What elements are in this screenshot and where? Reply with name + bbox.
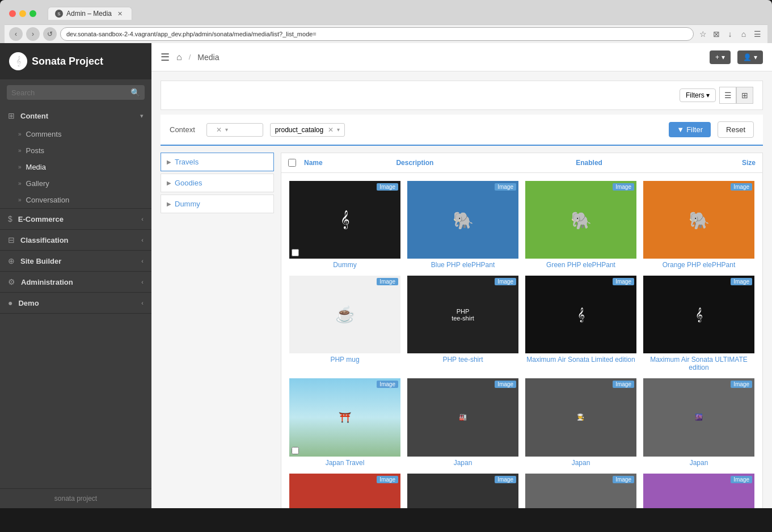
media-item-air-limited[interactable]: 𝄞 Image Maximum Air Sonata Limited editi…: [522, 272, 640, 375]
circle-icon: ●: [8, 298, 12, 307]
tree-item-goodies[interactable]: ▶ Goodies: [161, 174, 274, 192]
bullet-icon: »: [18, 197, 22, 203]
context-clear-icon[interactable]: ✕: [216, 126, 222, 134]
image-badge: Image: [495, 278, 516, 285]
home-nav-icon[interactable]: ⌂: [176, 52, 182, 62]
media-select-checkbox[interactable]: [292, 447, 299, 454]
sidebar-item-comments[interactable]: »Comments: [0, 126, 151, 142]
tree-item-dummy[interactable]: ▶ Dummy: [161, 195, 274, 213]
tab-bar: S Admin – Media ✕: [48, 7, 132, 20]
media-item-php-mug[interactable]: ☕ Image PHP mug: [286, 272, 404, 375]
chevron-left-icon: ‹: [141, 278, 144, 285]
tree-panel: ▶ Travels ▶ Goodies ▶ Dummy: [161, 153, 274, 508]
home-icon[interactable]: ⌂: [738, 28, 749, 40]
add-button[interactable]: + ▾: [710, 50, 731, 64]
sidebar-item-ecommerce[interactable]: $ E-Commerce ‹: [0, 209, 151, 229]
tab-favicon: S: [55, 10, 63, 18]
content-area: ▶ Travels ▶ Goodies ▶ Dummy: [161, 153, 763, 508]
col-size: Size: [668, 159, 756, 167]
sidebar-item-gallery[interactable]: »Gallery: [0, 175, 151, 192]
sidebar-search: 🔍: [0, 79, 151, 105]
back-button[interactable]: ‹: [9, 27, 23, 41]
browser-tab[interactable]: S Admin – Media ✕: [48, 7, 132, 20]
sidebar-item-content[interactable]: ⊞ Content ▾: [0, 105, 151, 126]
close-button[interactable]: [9, 10, 16, 17]
media-item-bottom-2[interactable]: Image: [404, 470, 522, 508]
music-icon: 𝄞: [577, 307, 585, 322]
col-description: Description: [396, 159, 571, 167]
media-select-checkbox[interactable]: [292, 249, 299, 256]
col-enabled: Enabled: [576, 159, 663, 167]
footer-text: sonata project: [54, 495, 97, 503]
context-select[interactable]: ✕ ▾: [206, 123, 263, 137]
tree-item-travels[interactable]: ▶ Travels: [161, 153, 274, 171]
media-item-japan-2[interactable]: 👨‍🍳 Image Japan: [522, 375, 640, 470]
image-badge: Image: [495, 381, 516, 388]
nav-group-sitebuilder: ⊕ Site Builder ‹: [0, 251, 151, 272]
col-name: Name: [304, 159, 391, 167]
download-icon[interactable]: ↓: [724, 28, 736, 40]
media-item-japan-3[interactable]: 🌆 Image Japan: [640, 375, 758, 470]
media-item-green-php[interactable]: 🐘 Image Green PHP elePHPant: [522, 178, 640, 272]
catalog-select[interactable]: product_catalog ✕ ▾: [270, 123, 345, 137]
reload-button[interactable]: ↺: [43, 27, 57, 41]
hamburger-icon[interactable]: ☰: [161, 51, 170, 64]
image-badge: Image: [731, 278, 752, 285]
sidebar-item-classification[interactable]: ⊟ Classification ‹: [0, 230, 151, 250]
add-btn-label: ▾: [722, 53, 725, 61]
catalog-clear-icon[interactable]: ✕: [328, 126, 334, 134]
sidebar-nav: ⊞ Content ▾ »Comments »Posts »Media »Gal…: [0, 105, 151, 488]
filter-button[interactable]: ▼ Filter: [669, 122, 711, 137]
plus-icon: ⊕: [8, 256, 15, 265]
minimize-button[interactable]: [19, 10, 26, 17]
star-icon[interactable]: ☆: [697, 28, 708, 40]
media-item-blue-php[interactable]: 🐘 Image Blue PHP elePHPant: [404, 178, 522, 272]
list-view-button[interactable]: ☰: [719, 87, 736, 104]
filters-toggle-button[interactable]: Filters ▾: [680, 88, 716, 102]
media-item-japan-1[interactable]: 🏭 Image Japan: [404, 375, 522, 470]
search-input[interactable]: [11, 88, 130, 97]
media-item-orange-php[interactable]: 🐘 Image Orange PHP elePHPant: [640, 178, 758, 272]
filter-btn-label: Filter: [686, 125, 703, 134]
chevron-left-icon: ‹: [141, 257, 144, 264]
maximize-button[interactable]: [29, 10, 36, 17]
media-item-japan-travel[interactable]: ⛩️ Image Japan Travel: [286, 375, 404, 470]
search-icon[interactable]: 🔍: [130, 88, 140, 97]
grid-view-button[interactable]: ⊞: [736, 87, 753, 104]
nav-group-demo: ● Demo ‹: [0, 293, 151, 314]
nav-label-demo: Demo: [18, 299, 141, 307]
media-item-php-shirt[interactable]: PHPtee-shirt Image PHP tee-shirt: [404, 272, 522, 375]
nav-group-administration: ⚙ Administration ‹: [0, 272, 151, 293]
sidebar-item-administration[interactable]: ⚙ Administration ‹: [0, 272, 151, 292]
media-item-bottom-3[interactable]: Image: [522, 470, 640, 508]
chevron-down-icon[interactable]: ▾: [225, 126, 228, 133]
sidebar-item-sitebuilder[interactable]: ⊕ Site Builder ‹: [0, 251, 151, 271]
media-label: Japan: [454, 459, 473, 467]
sidebar-item-conversation[interactable]: »Conversation: [0, 192, 151, 208]
tab-close-icon[interactable]: ✕: [117, 10, 123, 18]
sidebar-item-posts[interactable]: »Posts: [0, 142, 151, 159]
reset-button[interactable]: Reset: [718, 121, 754, 138]
bars-icon: ⊟: [8, 235, 15, 244]
sidebar-item-media[interactable]: »Media: [0, 159, 151, 175]
menu-icon[interactable]: ☰: [752, 28, 763, 40]
sidebar-item-demo[interactable]: ● Demo ‹: [0, 293, 151, 313]
chevron-down-icon[interactable]: ▾: [337, 126, 340, 133]
media-item-air-ultimate[interactable]: 𝄞 Image Maximum Air Sonata ULTIMATE edit…: [640, 272, 758, 375]
bookmark-icon[interactable]: ⊠: [711, 28, 722, 40]
select-all-checkbox[interactable]: [288, 159, 296, 167]
media-item-bottom-1[interactable]: Image: [286, 470, 404, 508]
image-badge: Image: [731, 381, 752, 388]
sidebar-footer: sonata project: [0, 488, 151, 508]
media-item-bottom-4[interactable]: Image: [640, 470, 758, 508]
media-label: PHP tee-shirt: [442, 356, 483, 364]
forward-button[interactable]: ›: [26, 27, 40, 41]
app-header: ☰ ⌂ / Media + ▾ 👤 ▾: [151, 43, 772, 71]
image-badge: Image: [377, 381, 398, 388]
url-bar[interactable]: [60, 27, 694, 41]
tree-label: Dummy: [175, 200, 200, 208]
user-button[interactable]: 👤 ▾: [737, 50, 763, 64]
image-badge: Image: [377, 278, 398, 285]
media-item-dummy[interactable]: 𝄞 Image Dummy: [286, 178, 404, 272]
nav-label-content: Content: [20, 112, 140, 120]
